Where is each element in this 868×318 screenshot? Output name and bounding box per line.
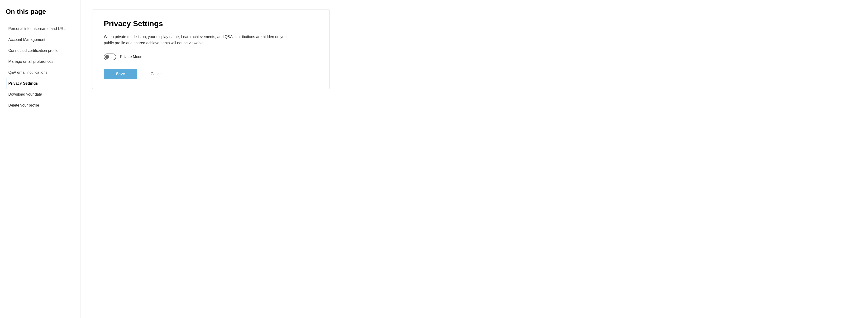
section-description: When private mode is on, your display na… bbox=[104, 34, 289, 46]
button-row: Save Cancel bbox=[104, 69, 318, 79]
toggle-label: Private Mode bbox=[120, 55, 142, 59]
sidebar: On this page Personal info, username and… bbox=[0, 0, 81, 318]
sidebar-item-privacy-settings[interactable]: Privacy Settings bbox=[6, 78, 75, 89]
sidebar-item-connected-certification[interactable]: Connected certification profile bbox=[6, 45, 75, 56]
privacy-settings-card: Privacy Settings When private mode is on… bbox=[92, 9, 330, 89]
sidebar-item-qa-email[interactable]: Q&A email notifications bbox=[6, 67, 75, 78]
sidebar-item-account-management[interactable]: Account Management bbox=[6, 34, 75, 45]
section-heading: Privacy Settings bbox=[104, 19, 318, 28]
main-content: Privacy Settings When private mode is on… bbox=[81, 0, 868, 318]
save-button[interactable]: Save bbox=[104, 69, 137, 79]
sidebar-item-manage-email[interactable]: Manage email preferences bbox=[6, 56, 75, 67]
sidebar-title: On this page bbox=[6, 8, 75, 16]
toggle-track bbox=[104, 54, 116, 60]
toggle-row: Private Mode bbox=[104, 54, 318, 60]
toggle-thumb bbox=[105, 55, 109, 59]
private-mode-toggle[interactable] bbox=[104, 54, 116, 60]
sidebar-nav: Personal info, username and URLAccount M… bbox=[6, 23, 75, 111]
cancel-button[interactable]: Cancel bbox=[140, 69, 173, 79]
sidebar-item-download-data[interactable]: Download your data bbox=[6, 89, 75, 100]
sidebar-item-delete-profile[interactable]: Delete your profile bbox=[6, 100, 75, 111]
sidebar-item-personal-info[interactable]: Personal info, username and URL bbox=[6, 23, 75, 34]
